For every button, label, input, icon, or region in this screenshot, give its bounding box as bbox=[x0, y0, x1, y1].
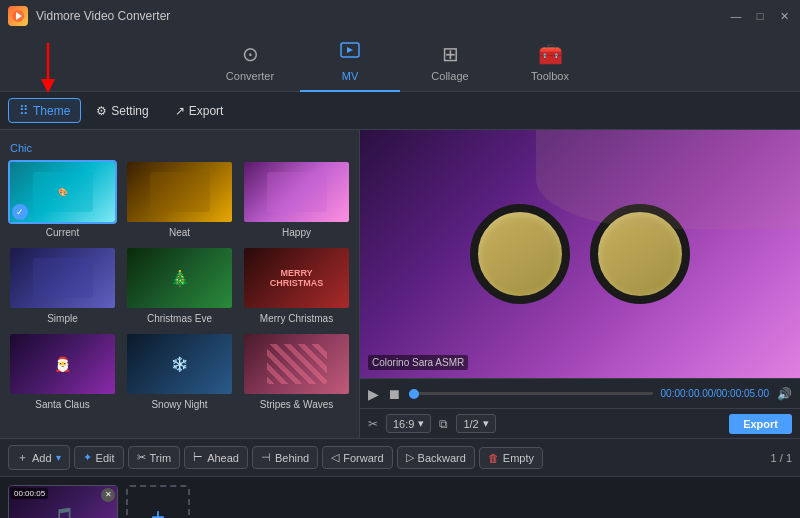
theme-thumb-santaclaus[interactable]: 🎅 bbox=[8, 332, 117, 396]
theme-label-simple: Simple bbox=[47, 313, 78, 324]
stop-button[interactable]: ⏹ bbox=[387, 386, 401, 402]
ahead-icon: ⊢ bbox=[193, 451, 203, 464]
theme-label-happy: Happy bbox=[282, 227, 311, 238]
tab-toolbox[interactable]: 🧰 Toolbox bbox=[500, 32, 600, 92]
main-content: Chic 🎨 ✓ Current bbox=[0, 130, 800, 438]
preview-panel: Colorino Sara ASMR ▶ ⏹ 00:00:00.00/00:00… bbox=[360, 130, 800, 438]
preview-video bbox=[360, 130, 800, 378]
aspect-ratio-select[interactable]: 16:9 ▾ bbox=[386, 414, 431, 433]
circle-left bbox=[470, 204, 570, 304]
theme-label-christmas: Christmas Eve bbox=[147, 313, 212, 324]
theme-thumb-neat[interactable] bbox=[125, 160, 234, 224]
theme-thumb-snowynight[interactable]: ❄️ bbox=[125, 332, 234, 396]
export-main-button[interactable]: Export bbox=[729, 414, 792, 434]
theme-label-stripes: Stripes & Waves bbox=[260, 399, 334, 410]
window-close[interactable]: ✕ bbox=[776, 8, 792, 24]
empty-button[interactable]: 🗑 Empty bbox=[479, 447, 543, 469]
preview-channel-label: Colorino Sara ASMR bbox=[368, 355, 468, 370]
add-button[interactable]: ＋ Add ▾ bbox=[8, 445, 70, 470]
window-minimize[interactable]: — bbox=[728, 8, 744, 24]
theme-item-santaclaus[interactable]: 🎅 Santa Claus bbox=[8, 332, 117, 410]
backward-icon: ▷ bbox=[406, 451, 414, 464]
progress-bar[interactable] bbox=[409, 392, 653, 395]
theme-item-current[interactable]: 🎨 ✓ Current bbox=[8, 160, 117, 238]
timeline-item-1[interactable]: 🎵 ✕ 00:00:05 ▶🔊✂⚙ bbox=[8, 485, 118, 519]
tab-converter[interactable]: ⊙ Converter bbox=[200, 32, 300, 92]
tab-toolbox-label: Toolbox bbox=[531, 70, 569, 82]
sub-toolbar: ⠿ Theme ⚙ Setting ↗ Export bbox=[0, 92, 800, 130]
add-plus-icon: + bbox=[151, 503, 165, 519]
aspect-dropdown-icon: ▾ bbox=[418, 417, 424, 430]
tab-mv-label: MV bbox=[342, 70, 359, 82]
tab-converter-label: Converter bbox=[226, 70, 274, 82]
red-arrow-indicator bbox=[38, 43, 58, 96]
setting-button[interactable]: ⚙ Setting bbox=[85, 99, 159, 123]
split-dropdown-icon: ▾ bbox=[483, 417, 489, 430]
preview-area: Colorino Sara ASMR bbox=[360, 130, 800, 378]
backward-button[interactable]: ▷ Backward bbox=[397, 446, 475, 469]
window-controls: — □ ✕ bbox=[728, 8, 792, 24]
progress-dot bbox=[409, 389, 419, 399]
theme-section-chic: Chic bbox=[10, 142, 351, 154]
volume-icon[interactable]: 🔊 bbox=[777, 387, 792, 401]
split-select[interactable]: 1/2 ▾ bbox=[456, 414, 495, 433]
trim-icon: ✂ bbox=[137, 451, 146, 464]
ahead-button[interactable]: ⊢ Ahead bbox=[184, 446, 248, 469]
play-button[interactable]: ▶ bbox=[368, 386, 379, 402]
empty-icon: 🗑 bbox=[488, 452, 499, 464]
theme-thumb-simple[interactable] bbox=[8, 246, 117, 310]
toolbox-icon: 🧰 bbox=[538, 42, 563, 66]
add-icon: ＋ bbox=[17, 450, 28, 465]
app-title: Vidmore Video Converter bbox=[36, 9, 728, 23]
collage-icon: ⊞ bbox=[442, 42, 459, 66]
theme-item-happy[interactable]: Happy bbox=[242, 160, 351, 238]
video-controls: ▶ ⏹ 00:00:00.00/00:00:05.00 🔊 bbox=[360, 378, 800, 408]
timeline-add-button[interactable]: + bbox=[126, 485, 190, 519]
trim-button[interactable]: ✂ Trim bbox=[128, 446, 181, 469]
split-label: 1/2 bbox=[463, 418, 478, 430]
add-dropdown-icon[interactable]: ▾ bbox=[56, 452, 61, 463]
tab-collage[interactable]: ⊞ Collage bbox=[400, 32, 500, 92]
bottom-toolbar: ＋ Add ▾ ✦ Edit ✂ Trim ⊢ Ahead ⊣ Behind ◁… bbox=[0, 438, 800, 476]
split-icon: ⧉ bbox=[439, 417, 448, 431]
theme-item-merrychristmas[interactable]: MERRYCHRISTMAS Merry Christmas bbox=[242, 246, 351, 324]
theme-item-snowynight[interactable]: ❄️ Snowy Night bbox=[125, 332, 234, 410]
forward-button[interactable]: ◁ Forward bbox=[322, 446, 392, 469]
crop-icon: ✂ bbox=[368, 417, 378, 431]
timeline: 🎵 ✕ 00:00:05 ▶🔊✂⚙ + bbox=[0, 476, 800, 518]
app-logo bbox=[8, 6, 28, 26]
tab-mv[interactable]: MV bbox=[300, 32, 400, 92]
theme-item-stripes[interactable]: Stripes & Waves bbox=[242, 332, 351, 410]
theme-label-snowynight: Snowy Night bbox=[151, 399, 207, 410]
theme-button[interactable]: ⠿ Theme bbox=[8, 98, 81, 123]
theme-item-neat[interactable]: Neat bbox=[125, 160, 234, 238]
svg-marker-4 bbox=[41, 79, 55, 93]
titlebar: Vidmore Video Converter — □ ✕ bbox=[0, 0, 800, 32]
theme-thumb-merrychristmas[interactable]: MERRYCHRISTMAS bbox=[242, 246, 351, 310]
export-icon: ↗ bbox=[175, 104, 185, 118]
timeline-item-close[interactable]: ✕ bbox=[101, 488, 115, 502]
window-maximize[interactable]: □ bbox=[752, 8, 768, 24]
theme-thumb-christmas[interactable]: 🎄 bbox=[125, 246, 234, 310]
theme-thumb-happy[interactable] bbox=[242, 160, 351, 224]
setting-icon: ⚙ bbox=[96, 104, 107, 118]
theme-panel: Chic 🎨 ✓ Current bbox=[0, 130, 360, 438]
theme-thumb-stripes[interactable] bbox=[242, 332, 351, 396]
nav-tabs: ⊙ Converter MV ⊞ Collage 🧰 Toolbox bbox=[0, 32, 800, 92]
theme-selected-check: ✓ bbox=[12, 204, 28, 220]
export-button[interactable]: ↗ Export bbox=[164, 99, 235, 123]
theme-item-simple[interactable]: Simple bbox=[8, 246, 117, 324]
time-display: 00:00:00.00/00:00:05.00 bbox=[661, 388, 769, 399]
behind-icon: ⊣ bbox=[261, 451, 271, 464]
theme-label-santaclaus: Santa Claus bbox=[35, 399, 89, 410]
tab-collage-label: Collage bbox=[431, 70, 468, 82]
theme-thumb-current[interactable]: 🎨 ✓ bbox=[8, 160, 117, 224]
forward-icon: ◁ bbox=[331, 451, 339, 464]
theme-item-christmas[interactable]: 🎄 Christmas Eve bbox=[125, 246, 234, 324]
behind-button[interactable]: ⊣ Behind bbox=[252, 446, 318, 469]
aspect-ratio-label: 16:9 bbox=[393, 418, 414, 430]
theme-row-1: 🎨 ✓ Current Neat bbox=[8, 160, 351, 238]
theme-row-2: Simple 🎄 Christmas Eve MERRYCHRISTMAS bbox=[8, 246, 351, 324]
edit-button[interactable]: ✦ Edit bbox=[74, 446, 124, 469]
page-info: 1 / 1 bbox=[771, 452, 792, 464]
